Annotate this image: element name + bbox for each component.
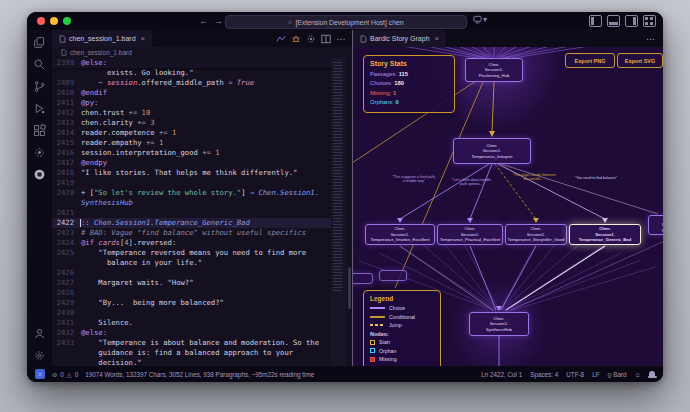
code-line[interactable]: 2417@endpy <box>52 158 331 168</box>
code-line[interactable]: exists. Go looking." <box>52 68 331 78</box>
split-editor-icon[interactable] <box>321 34 331 44</box>
close-tab-icon[interactable]: × <box>435 34 440 43</box>
extension-badge-icon[interactable] <box>33 168 46 181</box>
source-control-icon[interactable] <box>33 80 46 93</box>
code-line[interactable]: 2433 "Temperance is about balance and mo… <box>52 338 331 348</box>
code-line[interactable]: decision." <box>52 358 331 366</box>
minimize-window-button[interactable] <box>50 17 58 25</box>
code-line[interactable]: 2413chen.clarity += 3 <box>52 118 331 128</box>
code-line[interactable]: 2411@py: <box>52 98 331 108</box>
code-line[interactable]: 2415reader.empathy += 1 <box>52 138 331 148</box>
code-line[interactable]: 2424@if cards[4].reversed: <box>52 238 331 248</box>
node-temperance-practical-excellent[interactable]: Chen. Session1. Temperance_Practical_Exc… <box>437 224 503 245</box>
node-temperance-intuitive-excellent[interactable]: Chen. Session1. Temperance_Intuitive_Exc… <box>365 224 435 245</box>
editor-scrollbar[interactable] <box>346 58 352 366</box>
scrollbar-thumb[interactable] <box>348 267 351 309</box>
settings-gear-icon[interactable] <box>33 349 46 362</box>
breadcrumb[interactable]: chen_session_1.bard <box>52 47 352 58</box>
document-stats[interactable]: 19074 Words, 132397 Chars, 3052 Lines, 9… <box>85 371 314 378</box>
code-line[interactable]: guidance is: find a balanced approach to… <box>52 348 331 358</box>
clipped-node[interactable] <box>353 273 373 284</box>
code-line[interactable]: 2428 <box>52 288 331 298</box>
chevron-down-icon: ▾ <box>483 15 487 24</box>
code-line[interactable]: 2423# BAD: Vague "find balance" without … <box>52 228 331 238</box>
back-icon[interactable]: ← <box>199 14 208 28</box>
code-line[interactable]: 2418"I like stories. That helps me think… <box>52 168 331 178</box>
story-stats-panel: Story Stats Passages: 115 Choices: 180 M… <box>363 55 455 113</box>
code-line[interactable]: 2429 "By... being more balanced?" <box>52 298 331 308</box>
problems-indicator[interactable]: ⊘0 △0 <box>52 371 78 378</box>
story-graph-canvas[interactable]: Chen. Session1. Positioning_Hub Chen. Se… <box>353 47 663 366</box>
code-line[interactable]: 2427 Margaret waits. "How?" <box>52 278 331 288</box>
gear-icon[interactable] <box>306 34 316 44</box>
run-task-dropdown[interactable]: ▾ <box>473 15 487 24</box>
toggle-panel-icon[interactable] <box>607 15 620 27</box>
stat-choices: Choices: 180 <box>370 79 448 88</box>
code-line[interactable]: 2431 Silence. <box>52 318 331 328</box>
node-synthesis-hub[interactable]: Chen. Session1. SynthesisHub <box>469 312 529 336</box>
code-line[interactable]: 2409 ~ session.offered_middle_path = Tru… <box>52 78 331 88</box>
run-debug-icon[interactable] <box>33 102 46 115</box>
command-center-search[interactable]: ⌕ [Extension Development Host] chen <box>225 15 467 29</box>
code-rows[interactable]: 2399@else: exists. Go looking."2409 ~ se… <box>52 58 331 366</box>
code-line[interactable]: 2419 <box>52 178 331 188</box>
node-temperance-generic-bad[interactable]: Chen. Session1. Temperance_Generic_Bad <box>569 224 641 245</box>
node-positioning-hub[interactable]: Chen. Session1. Positioning_Hub <box>465 58 523 82</box>
code-line[interactable]: 2430 <box>52 308 331 318</box>
notifications-bell-icon[interactable] <box>649 371 655 376</box>
code-line[interactable]: 2420+ ["So let's review the whole story.… <box>52 188 331 198</box>
code-line[interactable]: 2399@else: <box>52 58 331 68</box>
legend-missing: Missing <box>370 356 434 362</box>
code-line[interactable]: 2425 "Temperance reversed means you need… <box>52 248 331 258</box>
code-line[interactable]: 2432@else: <box>52 328 331 338</box>
eol-sequence[interactable]: LF <box>592 371 599 378</box>
tab-bardic-story-graph[interactable]: Bardic Story Graph × <box>353 30 447 47</box>
code-line[interactable]: 2412chen.trust += 10 <box>52 108 331 118</box>
feedback-smiley-icon[interactable]: ☺ <box>635 371 641 378</box>
toggle-sidebar-icon[interactable] <box>589 15 602 27</box>
close-window-button[interactable] <box>37 17 45 25</box>
code-line[interactable]: 2410@endif <box>52 88 331 98</box>
customize-layout-icon[interactable] <box>643 15 656 27</box>
activity-bar <box>27 30 52 366</box>
edge-label: "This suggests a third path, a middle wa… <box>391 175 437 184</box>
bardic-extension-icon[interactable] <box>33 146 46 159</box>
cursor-position[interactable]: Ln 2422, Col 1 <box>481 371 522 378</box>
debug-extension-icon[interactable] <box>291 34 301 44</box>
export-png-button[interactable]: Export PNG <box>565 53 615 68</box>
start-node-swatch <box>370 340 375 345</box>
node-death-int[interactable]: Chen. Session1. Death_Int <box>648 215 663 235</box>
toggle-secondary-sidebar-icon[interactable] <box>625 15 638 27</box>
story-graph-icon[interactable] <box>276 34 286 44</box>
account-icon[interactable] <box>33 327 46 340</box>
code-line[interactable]: 2414reader.competence += 1 <box>52 128 331 138</box>
close-tab-icon[interactable]: × <box>141 34 146 43</box>
edge-label: "You need to find balance" <box>573 176 619 180</box>
code-line[interactable]: balance in your life." <box>52 258 331 268</box>
remote-indicator-icon[interactable]: ⤫ <box>35 369 45 379</box>
code-editor[interactable]: 2399@else: exists. Go looking."2409 ~ se… <box>52 58 352 366</box>
language-mode[interactable]: {} Bard <box>607 371 626 378</box>
error-icon: ⊘ <box>52 371 57 378</box>
extensions-icon[interactable] <box>33 124 46 137</box>
more-actions-icon[interactable]: ⋯ <box>646 30 663 47</box>
encoding[interactable]: UTF-8 <box>566 371 584 378</box>
file-icon <box>61 49 67 56</box>
code-line[interactable]: 2422:: Chen.Session1.Temperance_Generic_… <box>52 218 331 228</box>
tab-chen-session-1[interactable]: chen_session_1.bard × <box>52 30 153 47</box>
zoom-window-button[interactable] <box>63 17 71 25</box>
node-temperance-storyteller-good[interactable]: Chen. Session1. Temperance_Storyteller_G… <box>505 224 567 245</box>
forward-icon[interactable]: → <box>214 14 223 28</box>
search-icon[interactable] <box>33 58 46 71</box>
export-svg-button[interactable]: Export SVG <box>617 53 663 68</box>
indentation[interactable]: Spaces: 4 <box>530 371 558 378</box>
code-line[interactable]: SynthesisHub <box>52 198 331 208</box>
node-temperance-interpret[interactable]: Chen. Session1. Temperance_Interpret <box>453 138 531 164</box>
minimap[interactable] <box>331 58 346 366</box>
code-line[interactable]: 2426 <box>52 268 331 278</box>
more-actions-icon[interactable]: ⋯ <box>336 34 346 44</box>
explorer-icon[interactable] <box>33 36 46 49</box>
code-line[interactable]: 2416session.interpretation_good += 1 <box>52 148 331 158</box>
clipped-node[interactable] <box>379 270 407 281</box>
code-line[interactable]: 2421 <box>52 208 331 218</box>
